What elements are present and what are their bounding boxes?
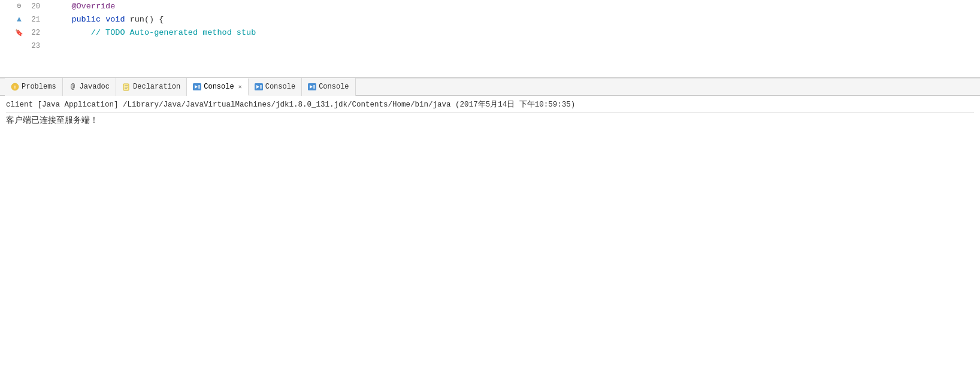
line-22-icon: 🔖 [15,29,23,37]
line-number-22: 22 [26,26,40,40]
code-line-23: 23 [0,40,980,53]
gutter-21: ▲ 21 [0,13,45,26]
svg-text:!: ! [13,85,16,91]
console-icon [193,83,201,91]
tab-problems[interactable]: ! Problems [5,78,63,96]
ide-panel: ⊖ 20 @Override ▲ 21 public void run() { … [0,0,980,370]
code-line-20: ⊖ 20 @Override [0,0,980,13]
tab-console-2[interactable]: Console [249,78,302,96]
gutter-20: ⊖ 20 [0,0,45,13]
line-23-icon [15,42,23,50]
code-text-22: // TODO Auto-generated method stub [45,26,256,40]
code-text-20: @Override [45,0,115,13]
console-output-area[interactable]: client [Java Application] /Library/Java/… [0,96,980,370]
problems-icon: ! [11,83,19,91]
console-output: 客户端已连接至服务端！ [6,115,974,126]
tab-declaration-label: Declaration [133,83,180,91]
code-line-22: 🔖 22 // TODO Auto-generated method stub [0,26,980,40]
gutter-22: 🔖 22 [0,26,45,40]
console-icon-2 [255,83,263,91]
tab-bar: ! Problems @ Javadoc Declaration [0,78,980,96]
at-icon: @ [69,83,77,91]
tab-javadoc[interactable]: @ Javadoc [63,78,116,96]
code-line-21: ▲ 21 public void run() { [0,13,980,26]
tab-console-active[interactable]: Console ✕ [187,78,248,96]
declaration-icon [122,83,131,91]
tab-console-2-label: Console [265,83,295,91]
gutter-23: 23 [0,40,45,53]
line-number-23: 23 [26,40,40,53]
tab-console-3[interactable]: Console [302,78,355,96]
line-number-21: 21 [26,13,40,26]
console-icon-3 [308,83,316,91]
tab-console-active-label: Console [204,83,234,91]
console-close-icon[interactable]: ✕ [238,83,242,90]
line-number-20: 20 [26,0,40,13]
code-text-21: public void run() { [45,13,164,26]
tab-javadoc-label: Javadoc [80,83,110,91]
console-header: client [Java Application] /Library/Java/… [6,99,974,113]
tab-problems-label: Problems [22,83,56,91]
tab-console-3-label: Console [319,83,349,91]
code-editor: ⊖ 20 @Override ▲ 21 public void run() { … [0,0,980,78]
line-21-icon: ▲ [15,16,23,24]
tab-declaration[interactable]: Declaration [116,78,187,96]
line-20-icon: ⊖ [15,2,23,11]
